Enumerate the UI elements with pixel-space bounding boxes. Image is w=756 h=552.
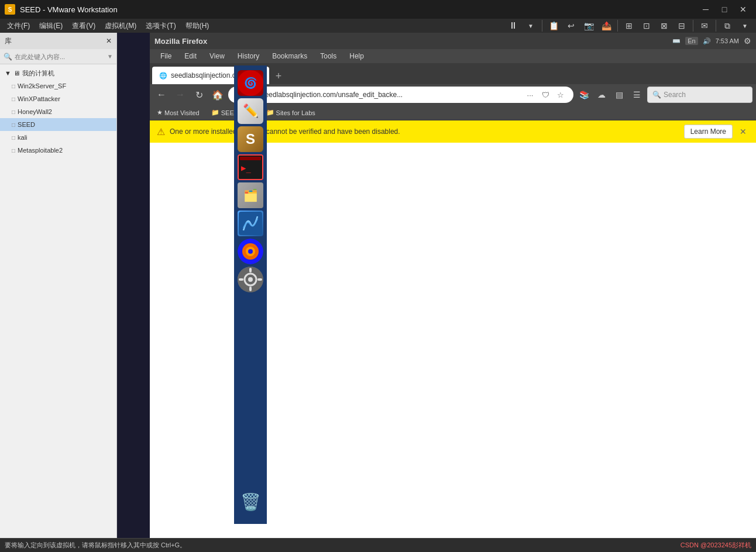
ff-new-tab-button[interactable]: + — [270, 68, 287, 84]
settings-tray-icon[interactable]: ⚙ — [744, 36, 751, 46]
vm-apps-dock: 🌀 ✏️ S ▶_ 🗂️ — [234, 65, 267, 524]
tree-item-label: HoneyWall2 — [18, 108, 52, 115]
svg-point-9 — [248, 249, 253, 254]
sidebar-search-input[interactable] — [15, 53, 105, 60]
sidebar-title: 库 — [5, 36, 12, 46]
view-normal-button[interactable]: ⊞ — [620, 18, 638, 34]
wireshark-icon[interactable] — [238, 211, 263, 236]
ff-reload-button[interactable]: ↻ — [191, 87, 207, 103]
ff-menu-history[interactable]: History — [232, 51, 265, 61]
text-editor-icon[interactable]: ✏️ — [238, 98, 263, 124]
status-text: 要将输入定向到该虚拟机，请将鼠标指针移入其中或按 Ctrl+G。 — [5, 541, 186, 550]
snapshot-mgr-button[interactable]: 📷 — [580, 18, 597, 34]
view-full-button[interactable]: ⊡ — [638, 18, 655, 34]
upload-button[interactable]: 📤 — [597, 18, 615, 34]
menu-file[interactable]: 文件(F) — [2, 20, 35, 32]
status-bar: 要将输入定向到该虚拟机，请将鼠标指针移入其中或按 Ctrl+G。 CSDN @2… — [0, 538, 756, 552]
svg-point-12 — [248, 277, 253, 282]
ff-bookmark-sites-for-labs[interactable]: 📁 Sites for Labs — [264, 108, 318, 118]
snapshot-button[interactable]: 📋 — [545, 18, 562, 34]
firefox-search-bar[interactable]: 🔍 Search — [647, 87, 752, 103]
message-button[interactable]: ✉ — [696, 18, 713, 34]
search-dropdown-icon[interactable]: ▼ — [107, 53, 113, 60]
maximize-button[interactable]: □ — [716, 1, 733, 18]
vmware-menu-bar: 文件(F) 编辑(E) 查看(V) 虚拟机(M) 选项卡(T) 帮助(H) ⏸ … — [0, 19, 756, 33]
view-unity-button[interactable]: ⊟ — [673, 18, 690, 34]
vm-icon: □ — [12, 122, 15, 128]
trash-icon[interactable]: 🗑️ — [238, 489, 263, 515]
vm-icon: □ — [12, 109, 15, 115]
ff-bookmark-most-visited[interactable]: ★ Most Visited — [154, 108, 202, 118]
revert-button[interactable]: ↩ — [562, 18, 580, 34]
tree-item-winxp[interactable]: □ WinXPattacker — [0, 92, 116, 105]
ff-search-placeholder[interactable]: Search — [664, 91, 686, 99]
expand-icon: ▼ — [5, 70, 11, 77]
tree-item-honeywall[interactable]: □ HoneyWall2 — [0, 105, 116, 118]
ff-menu-edit[interactable]: Edit — [178, 51, 202, 61]
tree-item-kali[interactable]: □ kali — [0, 131, 116, 144]
sidebar-close-icon[interactable]: ✕ — [106, 37, 112, 45]
tree-item-my-computer[interactable]: ▼ 🖥 我的计算机 — [0, 67, 116, 80]
debian-icon[interactable]: 🌀 — [238, 70, 263, 96]
window-controls: ─ □ ✕ — [697, 1, 751, 18]
seed-s-icon[interactable]: S — [238, 126, 263, 152]
tree-item-label: 我的计算机 — [22, 69, 54, 78]
svg-rect-16 — [257, 278, 262, 281]
ff-tab-site-icon: 🌐 — [159, 72, 167, 80]
ff-url-more-btn[interactable]: ··· — [523, 88, 537, 102]
terminal-icon[interactable]: ▶_ — [238, 154, 263, 180]
svg-text:▶_: ▶_ — [241, 163, 251, 173]
svg-rect-13 — [249, 268, 252, 272]
vm-icon: □ — [12, 96, 15, 102]
sidebar-search-bar[interactable]: 🔍 ▼ — [0, 49, 116, 64]
ff-menu-bookmarks[interactable]: Bookmarks — [266, 51, 313, 61]
tree-item-win2k[interactable]: □ Win2kServer_SF — [0, 80, 116, 92]
notification-close-button[interactable]: ✕ — [737, 126, 749, 137]
settings-icon[interactable] — [238, 267, 263, 292]
menu-help[interactable]: 帮助(H) — [181, 20, 214, 32]
tree-item-label: Win2kServer_SF — [18, 82, 66, 89]
menu-tabs[interactable]: 选项卡(T) — [141, 20, 180, 32]
firefox-title-bar: Mozilla Firefox ⌨️ En 🔊 7:53 AM ⚙ — [150, 33, 756, 49]
firefox-app-icon[interactable] — [238, 239, 263, 264]
view-fit-button[interactable]: ⊠ — [655, 18, 673, 34]
firefox-url-bar[interactable]: 🔒 www.seedlabsqlinjection.com/unsafe_edi… — [228, 87, 573, 103]
pause-button[interactable]: ⏸ — [504, 18, 522, 34]
separator-3 — [693, 20, 693, 32]
svg-text:🌀: 🌀 — [244, 77, 257, 89]
ff-back-button[interactable]: ← — [153, 87, 170, 103]
ff-home-button[interactable]: 🏠 — [209, 87, 226, 103]
ff-url-star-btn[interactable]: ☆ — [554, 88, 568, 102]
separator-1 — [542, 20, 542, 32]
most-visited-icon: ★ — [157, 109, 163, 116]
file-manager-icon[interactable]: 🗂️ — [238, 182, 263, 208]
ff-menu-tools[interactable]: Tools — [314, 51, 342, 61]
ff-url-text[interactable]: www.seedlabsqlinjection.com/unsafe_edit_… — [245, 91, 521, 99]
ff-sync-icon[interactable]: ☁ — [593, 87, 610, 103]
menu-vm[interactable]: 虚拟机(M) — [100, 20, 141, 32]
menu-view[interactable]: 查看(V) — [67, 20, 100, 32]
ff-forward-button[interactable]: → — [172, 87, 188, 103]
tree-item-metasploitable[interactable]: □ Metasploitable2 — [0, 144, 116, 157]
ff-menu-help[interactable]: Help — [343, 51, 370, 61]
power-menu-button[interactable]: ▼ — [522, 18, 539, 34]
ff-menu-file[interactable]: File — [154, 51, 177, 61]
menu-edit[interactable]: 编辑(E) — [35, 20, 67, 32]
close-button[interactable]: ✕ — [735, 1, 751, 18]
ff-url-shield-btn[interactable]: 🛡 — [538, 88, 552, 102]
tree-item-label: WinXPattacker — [18, 95, 60, 102]
ff-menu-view[interactable]: View — [204, 51, 231, 61]
learn-more-button[interactable]: Learn More — [684, 125, 733, 139]
display-menu-button[interactable]: ▼ — [736, 18, 754, 34]
svg-rect-14 — [249, 287, 252, 291]
ff-sidebar-icon[interactable]: ▤ — [611, 87, 627, 103]
csdn-watermark: CSDN @2023245彭祥机 — [681, 541, 751, 550]
ff-hamburger-menu[interactable]: ☰ — [628, 87, 645, 103]
tree-item-seed[interactable]: □ SEED — [0, 118, 116, 131]
clock: 7:53 AM — [716, 37, 739, 44]
minimize-button[interactable]: ─ — [697, 1, 714, 18]
ff-library-icon[interactable]: 📚 — [576, 87, 592, 103]
volume-indicator: 🔊 — [703, 37, 711, 45]
sidebar-tree: ▼ 🖥 我的计算机 □ Win2kServer_SF □ WinXPattack… — [0, 64, 116, 538]
display-button[interactable]: ⧉ — [719, 18, 736, 34]
